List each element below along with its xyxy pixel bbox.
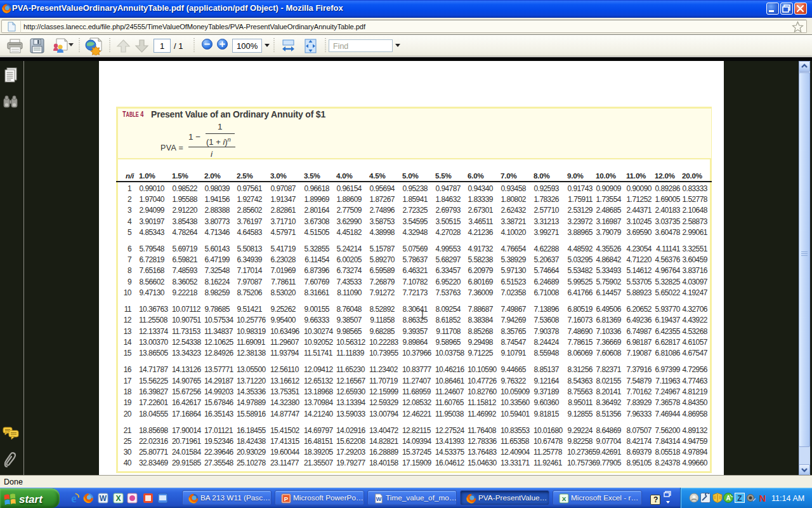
svg-text:Z: Z	[737, 494, 742, 503]
svg-text:W: W	[100, 494, 107, 503]
svg-text:X: X	[562, 495, 566, 502]
svg-text:P: P	[284, 495, 288, 502]
svg-text:A: A	[726, 495, 730, 502]
svg-text:W: W	[376, 496, 382, 502]
svg-text:e: e	[71, 493, 76, 504]
svg-text:N: N	[759, 493, 766, 503]
svg-text:X: X	[115, 494, 121, 503]
